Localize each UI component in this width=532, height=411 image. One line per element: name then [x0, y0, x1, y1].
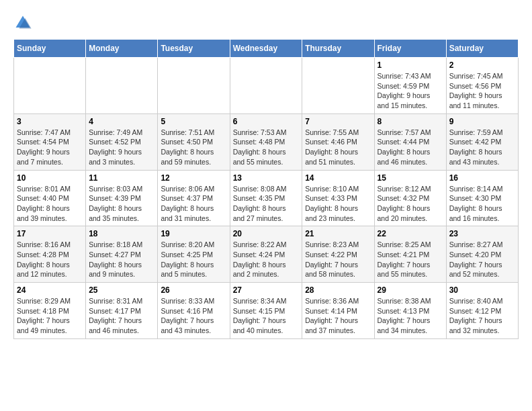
- day-number: 25: [89, 285, 154, 295]
- logo: [13, 13, 35, 32]
- day-header-thursday: Thursday: [302, 40, 374, 58]
- calendar-cell: 8Sunrise: 7:57 AMSunset: 4:44 PMDaylight…: [374, 113, 446, 170]
- day-info: Sunrise: 7:47 AMSunset: 4:54 PMDaylight:…: [17, 128, 83, 167]
- day-info: Sunrise: 8:16 AMSunset: 4:28 PMDaylight:…: [17, 240, 83, 279]
- calendar-cell: [302, 58, 374, 114]
- calendar-cell: 16Sunrise: 8:14 AMSunset: 4:30 PMDayligh…: [446, 170, 518, 226]
- day-info: Sunrise: 7:43 AMSunset: 4:59 PMDaylight:…: [378, 71, 443, 111]
- day-number: 16: [449, 173, 515, 183]
- logo-icon: [13, 13, 32, 32]
- day-number: 24: [17, 285, 83, 295]
- calendar-cell: 27Sunrise: 8:34 AMSunset: 4:15 PMDayligh…: [230, 283, 302, 339]
- day-info: Sunrise: 7:55 AMSunset: 4:46 PMDaylight:…: [305, 128, 371, 167]
- calendar-cell: 6Sunrise: 7:53 AMSunset: 4:48 PMDaylight…: [230, 113, 302, 170]
- calendar-cell: 28Sunrise: 8:36 AMSunset: 4:14 PMDayligh…: [302, 283, 374, 339]
- day-header-wednesday: Wednesday: [230, 40, 302, 58]
- day-header-sunday: Sunday: [14, 40, 86, 58]
- day-info: Sunrise: 8:27 AMSunset: 4:20 PMDaylight:…: [449, 240, 515, 279]
- day-number: 14: [305, 173, 371, 183]
- calendar-cell: 22Sunrise: 8:25 AMSunset: 4:21 PMDayligh…: [374, 226, 446, 283]
- day-number: 6: [233, 117, 300, 126]
- page-header: [13, 13, 519, 32]
- day-info: Sunrise: 7:57 AMSunset: 4:44 PMDaylight:…: [378, 128, 443, 167]
- calendar-cell: 15Sunrise: 8:12 AMSunset: 4:32 PMDayligh…: [374, 170, 446, 226]
- day-info: Sunrise: 8:29 AMSunset: 4:18 PMDaylight:…: [17, 296, 83, 336]
- day-info: Sunrise: 8:06 AMSunset: 4:37 PMDaylight:…: [161, 184, 226, 224]
- calendar-cell: 4Sunrise: 7:49 AMSunset: 4:52 PMDaylight…: [86, 113, 158, 170]
- calendar-cell: 30Sunrise: 8:40 AMSunset: 4:12 PMDayligh…: [446, 283, 518, 339]
- calendar-cell: 18Sunrise: 8:18 AMSunset: 4:27 PMDayligh…: [86, 226, 158, 283]
- calendar-cell: 9Sunrise: 7:59 AMSunset: 4:42 PMDaylight…: [446, 113, 518, 170]
- day-info: Sunrise: 7:51 AMSunset: 4:50 PMDaylight:…: [161, 128, 226, 167]
- day-info: Sunrise: 8:10 AMSunset: 4:33 PMDaylight:…: [305, 184, 371, 224]
- day-info: Sunrise: 8:38 AMSunset: 4:13 PMDaylight:…: [378, 296, 443, 336]
- day-number: 22: [378, 229, 443, 238]
- calendar-cell: 21Sunrise: 8:23 AMSunset: 4:22 PMDayligh…: [302, 226, 374, 283]
- day-info: Sunrise: 8:33 AMSunset: 4:16 PMDaylight:…: [161, 296, 226, 336]
- day-number: 8: [378, 117, 443, 126]
- day-info: Sunrise: 8:01 AMSunset: 4:40 PMDaylight:…: [17, 184, 83, 224]
- day-info: Sunrise: 8:14 AMSunset: 4:30 PMDaylight:…: [449, 184, 515, 224]
- day-number: 9: [449, 117, 515, 126]
- day-number: 26: [161, 285, 226, 295]
- calendar-table: SundayMondayTuesdayWednesdayThursdayFrid…: [13, 39, 519, 339]
- calendar-cell: 25Sunrise: 8:31 AMSunset: 4:17 PMDayligh…: [86, 283, 158, 339]
- day-header-monday: Monday: [86, 40, 158, 58]
- day-info: Sunrise: 8:08 AMSunset: 4:35 PMDaylight:…: [233, 184, 300, 224]
- day-number: 19: [161, 229, 226, 238]
- day-info: Sunrise: 8:18 AMSunset: 4:27 PMDaylight:…: [89, 240, 154, 279]
- calendar-cell: 29Sunrise: 8:38 AMSunset: 4:13 PMDayligh…: [374, 283, 446, 339]
- calendar-cell: [158, 58, 230, 114]
- day-number: 18: [89, 229, 154, 238]
- day-number: 5: [161, 117, 226, 126]
- day-info: Sunrise: 7:45 AMSunset: 4:56 PMDaylight:…: [449, 71, 515, 111]
- day-number: 15: [378, 173, 443, 183]
- calendar-cell: 2Sunrise: 7:45 AMSunset: 4:56 PMDaylight…: [446, 58, 518, 114]
- day-info: Sunrise: 7:49 AMSunset: 4:52 PMDaylight:…: [89, 128, 154, 167]
- calendar-cell: 19Sunrise: 8:20 AMSunset: 4:25 PMDayligh…: [158, 226, 230, 283]
- day-number: 10: [17, 173, 83, 183]
- day-info: Sunrise: 8:31 AMSunset: 4:17 PMDaylight:…: [89, 296, 154, 336]
- calendar-body: 1Sunrise: 7:43 AMSunset: 4:59 PMDaylight…: [14, 58, 519, 339]
- calendar-cell: 10Sunrise: 8:01 AMSunset: 4:40 PMDayligh…: [14, 170, 86, 226]
- day-number: 20: [233, 229, 300, 238]
- day-number: 13: [233, 173, 300, 183]
- calendar-cell: 5Sunrise: 7:51 AMSunset: 4:50 PMDaylight…: [158, 113, 230, 170]
- day-info: Sunrise: 8:25 AMSunset: 4:21 PMDaylight:…: [378, 240, 443, 279]
- day-info: Sunrise: 8:22 AMSunset: 4:24 PMDaylight:…: [233, 240, 300, 279]
- day-info: Sunrise: 8:12 AMSunset: 4:32 PMDaylight:…: [378, 184, 443, 224]
- calendar-cell: [14, 58, 86, 114]
- calendar-cell: 14Sunrise: 8:10 AMSunset: 4:33 PMDayligh…: [302, 170, 374, 226]
- calendar-cell: 11Sunrise: 8:03 AMSunset: 4:39 PMDayligh…: [86, 170, 158, 226]
- day-number: 27: [233, 285, 300, 295]
- day-info: Sunrise: 8:20 AMSunset: 4:25 PMDaylight:…: [161, 240, 226, 279]
- day-info: Sunrise: 7:59 AMSunset: 4:42 PMDaylight:…: [449, 128, 515, 167]
- day-info: Sunrise: 7:53 AMSunset: 4:48 PMDaylight:…: [233, 128, 300, 167]
- day-info: Sunrise: 8:36 AMSunset: 4:14 PMDaylight:…: [305, 296, 371, 336]
- day-number: 28: [305, 285, 371, 295]
- day-number: 12: [161, 173, 226, 183]
- calendar-cell: 20Sunrise: 8:22 AMSunset: 4:24 PMDayligh…: [230, 226, 302, 283]
- calendar-cell: 13Sunrise: 8:08 AMSunset: 4:35 PMDayligh…: [230, 170, 302, 226]
- day-number: 11: [89, 173, 154, 183]
- day-header-tuesday: Tuesday: [158, 40, 230, 58]
- calendar-cell: 23Sunrise: 8:27 AMSunset: 4:20 PMDayligh…: [446, 226, 518, 283]
- day-header-saturday: Saturday: [446, 40, 518, 58]
- calendar-cell: 1Sunrise: 7:43 AMSunset: 4:59 PMDaylight…: [374, 58, 446, 114]
- calendar-cell: 17Sunrise: 8:16 AMSunset: 4:28 PMDayligh…: [14, 226, 86, 283]
- calendar-week-1: 1Sunrise: 7:43 AMSunset: 4:59 PMDaylight…: [14, 58, 519, 114]
- calendar-week-2: 3Sunrise: 7:47 AMSunset: 4:54 PMDaylight…: [14, 113, 519, 170]
- day-number: 1: [378, 60, 443, 70]
- calendar-cell: 3Sunrise: 7:47 AMSunset: 4:54 PMDaylight…: [14, 113, 86, 170]
- day-number: 23: [449, 229, 515, 238]
- calendar-week-5: 24Sunrise: 8:29 AMSunset: 4:18 PMDayligh…: [14, 283, 519, 339]
- calendar-week-4: 17Sunrise: 8:16 AMSunset: 4:28 PMDayligh…: [14, 226, 519, 283]
- day-info: Sunrise: 8:34 AMSunset: 4:15 PMDaylight:…: [233, 296, 300, 336]
- day-info: Sunrise: 8:03 AMSunset: 4:39 PMDaylight:…: [89, 184, 154, 224]
- day-header-friday: Friday: [374, 40, 446, 58]
- calendar-cell: [86, 58, 158, 114]
- calendar-cell: [230, 58, 302, 114]
- day-number: 29: [378, 285, 443, 295]
- calendar-cell: 24Sunrise: 8:29 AMSunset: 4:18 PMDayligh…: [14, 283, 86, 339]
- calendar-week-3: 10Sunrise: 8:01 AMSunset: 4:40 PMDayligh…: [14, 170, 519, 226]
